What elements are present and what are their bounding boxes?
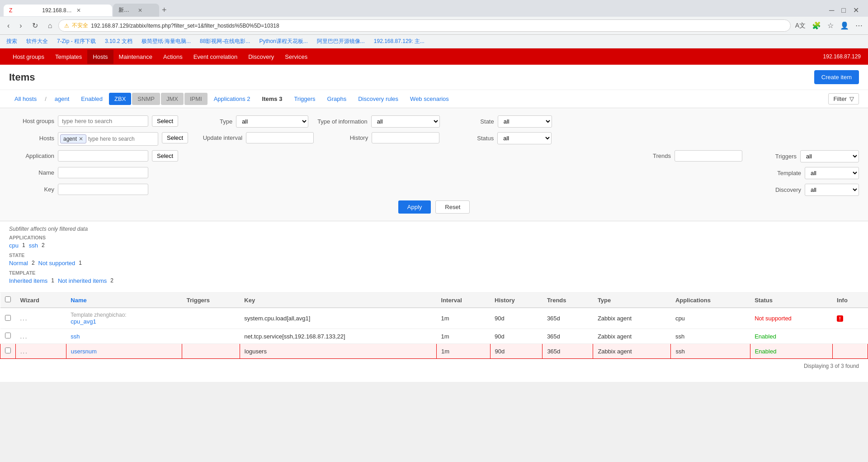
discovery-select[interactable]: all — [805, 184, 859, 196]
tab-items[interactable]: Items 3 — [257, 93, 288, 105]
bookmark-search[interactable]: 搜索 — [4, 37, 20, 46]
back-button[interactable]: ‹ — [4, 20, 13, 32]
col-name[interactable]: Name — [66, 293, 182, 308]
row1-wizard[interactable]: ... — [16, 308, 66, 329]
translate-icon[interactable]: A文 — [793, 20, 807, 32]
host-groups-select-button[interactable]: Select — [152, 115, 178, 127]
bookmark-alibaba[interactable]: 阿里巴巴开源镜像... — [314, 37, 368, 46]
tab-discovery-rules[interactable]: Discovery rules — [353, 93, 404, 105]
subfilter-template-not-inherited[interactable]: Not inherited items — [58, 277, 107, 284]
close-browser-button[interactable]: ✕ — [851, 4, 861, 16]
forward-button[interactable]: › — [16, 20, 25, 32]
row1-info-icon[interactable]: ! — [837, 315, 843, 322]
hosts-select-button[interactable]: Select — [162, 132, 188, 143]
host-tag-close[interactable]: ✕ — [79, 136, 83, 142]
browser-tab-inactive[interactable]: 新建标签页 ✕ — [113, 4, 159, 17]
create-item-button[interactable]: Create item — [814, 70, 859, 84]
tab-jmx[interactable]: JMX — [161, 93, 184, 105]
row3-item-link[interactable]: usersnum — [71, 348, 97, 355]
state-select[interactable]: all Normal Not supported — [498, 115, 552, 128]
tab-close-inactive[interactable]: ✕ — [138, 7, 154, 14]
tab-enabled[interactable]: Enabled — [75, 93, 108, 105]
bookmark-88video[interactable]: 88影视网-在线电影... — [197, 37, 253, 46]
browser-tab-active[interactable]: Z 192.168.87.129: Configuration of... ✕ — [4, 5, 112, 16]
row3-status[interactable]: Enabled — [750, 344, 832, 359]
status-select[interactable]: all Enabled Disabled — [497, 132, 552, 144]
home-button[interactable]: ⌂ — [44, 20, 56, 32]
row2-dots[interactable]: ... — [20, 333, 28, 340]
nav-templates[interactable]: Templates — [50, 50, 87, 64]
tab-ipmi[interactable]: IPMI — [184, 93, 208, 105]
tab-web-scenarios[interactable]: Web scenarios — [405, 93, 454, 105]
reset-button[interactable]: Reset — [435, 200, 470, 214]
user-icon[interactable]: 👤 — [838, 19, 851, 32]
filter-icon: ▽ — [849, 95, 854, 102]
type-of-information-select[interactable]: all Numeric (unsigned) Numeric (float) C… — [371, 115, 440, 128]
nav-hosts[interactable]: Hosts — [87, 50, 113, 64]
select-all-checkbox[interactable] — [5, 296, 11, 302]
reload-button[interactable]: ↻ — [28, 19, 42, 32]
bookmark-python[interactable]: Python课程天花板... — [256, 37, 310, 46]
nav-discovery[interactable]: Discovery — [243, 50, 279, 64]
bookmark-7zip[interactable]: 7-Zip - 程序下载 — [54, 37, 99, 46]
row1-checkbox[interactable] — [0, 308, 16, 329]
filter-button[interactable]: Filter ▽ — [828, 93, 859, 105]
apply-button[interactable]: Apply — [398, 200, 431, 214]
subfilter-state-normal[interactable]: Normal — [9, 260, 28, 267]
key-input[interactable] — [58, 184, 148, 195]
row1-item-link[interactable]: cpu_avg1 — [71, 318, 178, 325]
bookmark-zabbix[interactable]: 192.168.87.129: 主... — [371, 37, 427, 46]
tab-zbx[interactable]: ZBX — [109, 93, 131, 105]
tab-close-active[interactable]: ✕ — [76, 7, 107, 14]
row2-wizard[interactable]: ... — [16, 329, 66, 344]
row3-checkbox[interactable] — [0, 344, 16, 359]
bookmark-software[interactable]: 软件大全 — [24, 37, 51, 46]
template-select[interactable]: all — [805, 167, 859, 179]
new-tab-button[interactable]: + — [162, 5, 167, 15]
bookmark-icon[interactable]: ☆ — [826, 19, 835, 32]
extensions-icon[interactable]: 🧩 — [810, 19, 823, 32]
nav-services[interactable]: Services — [279, 50, 313, 64]
nav-host-groups[interactable]: Host groups — [7, 50, 50, 64]
nav-maintenance[interactable]: Maintenance — [113, 50, 158, 64]
name-input[interactable] — [58, 167, 148, 178]
tab-agent[interactable]: agent — [49, 93, 75, 105]
row1-dots[interactable]: ... — [20, 315, 28, 322]
maximize-button[interactable]: □ — [840, 4, 848, 16]
history-input[interactable] — [372, 132, 439, 143]
application-select-button[interactable]: Select — [152, 150, 178, 162]
application-input[interactable] — [58, 150, 148, 162]
subfilter-template-inherited[interactable]: Inherited items — [9, 277, 47, 284]
update-interval-input[interactable] — [246, 132, 314, 143]
bookmark-wallpaper[interactable]: 极简壁纸·海量电脑... — [139, 37, 193, 46]
address-bar[interactable]: ⚠ 不安全 192.168.87.129/zabbix/items.php?fi… — [58, 19, 790, 32]
hosts-search-input[interactable] — [88, 136, 156, 142]
tab-all-hosts[interactable]: All hosts — [9, 93, 42, 105]
subfilter-app-ssh-count: 2 — [42, 242, 45, 249]
triggers-select[interactable]: all With triggers Without triggers — [800, 150, 859, 162]
bookmark-docs[interactable]: 3.10.2 文档 — [102, 37, 135, 46]
subfilter-app-ssh[interactable]: ssh — [29, 242, 38, 249]
row2-checkbox[interactable] — [0, 329, 16, 344]
type-select[interactable]: all Zabbix agent Zabbix agent (active) S… — [236, 115, 308, 128]
row2-item-link[interactable]: ssh — [71, 333, 80, 340]
row3-key: logusers — [240, 344, 436, 359]
tab-snmp[interactable]: SNMP — [132, 93, 160, 105]
nav-event-correlation[interactable]: Event correlation — [188, 50, 243, 64]
tab-triggers[interactable]: Triggers — [288, 93, 321, 105]
nav-actions[interactable]: Actions — [158, 50, 188, 64]
app-navigation: Host groups Templates Hosts Maintenance … — [0, 48, 868, 65]
row2-status[interactable]: Enabled — [750, 329, 832, 344]
subfilter-app-cpu[interactable]: cpu — [9, 242, 19, 249]
row3-wizard[interactable]: ... — [16, 344, 66, 359]
tab-graphs[interactable]: Graphs — [322, 93, 352, 105]
minimize-button[interactable]: ─ — [827, 4, 836, 16]
table-row: ... ssh net.tcp.service[ssh,192.168.87.1… — [0, 329, 868, 344]
row3-dots[interactable]: ... — [20, 348, 28, 355]
trends-input[interactable] — [675, 150, 742, 162]
tab-applications[interactable]: Applications 2 — [208, 93, 256, 105]
row1-status[interactable]: Not supported — [750, 308, 832, 329]
menu-icon[interactable]: ⋯ — [854, 19, 864, 32]
subfilter-state-not-supported[interactable]: Not supported — [38, 260, 75, 267]
host-groups-input[interactable] — [58, 115, 148, 127]
